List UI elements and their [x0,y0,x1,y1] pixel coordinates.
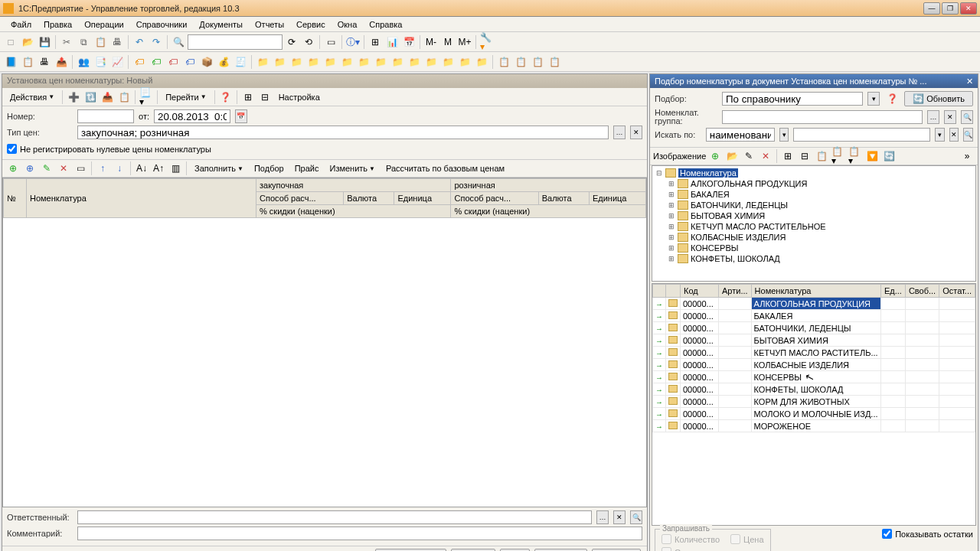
info-icon[interactable]: ⓘ▾ [345,34,361,50]
help2-icon[interactable]: ❓ [884,91,900,106]
date-picker-button[interactable]: 📅 [235,109,247,123]
expand-icon[interactable]: ⊞ [668,255,675,262]
col-disc1[interactable]: % скидки (наценки) [256,205,451,218]
list-icon[interactable]: 📋 [20,54,35,70]
zero-prices-checkbox[interactable] [7,144,17,154]
col-calc2[interactable]: Способ расч... [451,192,538,205]
c13-icon[interactable]: 📁 [457,54,472,70]
s6-icon[interactable]: 🔽 [864,148,880,164]
img-del-icon[interactable]: ✕ [758,148,773,164]
col-calc1[interactable]: Способ расч... [256,192,344,205]
menu-окна[interactable]: Окна [332,18,364,31]
group-select-button[interactable]: … [927,110,939,124]
tablepart-grid[interactable]: № Номенклатура закупочная розничная Спос… [2,178,647,507]
find-icon[interactable]: 🔍 [171,34,186,50]
row-down-icon[interactable]: ↓ [112,161,127,176]
col-free[interactable]: Своб... [905,285,939,298]
paste-icon[interactable]: 📋 [93,34,108,50]
item-row[interactable]: →00000...КОНФЕТЫ, ШОКОЛАД [653,383,975,396]
chart-icon[interactable]: 📈 [109,54,125,70]
number-input[interactable] [77,109,134,123]
podbor-dropdown-button[interactable]: ▾ [867,92,880,106]
tree-node[interactable]: ⊞КОНСЕРВЫ [654,243,974,253]
swap-icon[interactable]: 🔃 [83,90,98,105]
c10-icon[interactable]: 📁 [407,54,422,70]
actions-button[interactable]: Действия▼ [5,91,59,103]
add-icon[interactable]: ➕ [66,90,81,105]
t5-icon[interactable]: 📦 [199,54,214,70]
s7-icon[interactable]: 🔄 [881,148,897,164]
print2-icon[interactable]: 🖶 [37,54,52,70]
close-button[interactable]: ✕ [960,2,977,15]
pricetype-select-button[interactable]: … [613,126,626,139]
menu-правка[interactable]: Правка [38,18,78,31]
col-unit1[interactable]: Единица [394,192,451,205]
tree-node[interactable]: ⊞КЕТЧУП МАСЛО РАСТИТЕЛЬНОЕ [654,221,974,232]
items-table[interactable]: Код Арти... Номенклатура Ед... Своб... О… [652,283,976,526]
item-row[interactable]: →00000...КОНСЕРВЫ [653,371,975,383]
t3-icon[interactable]: 🏷 [165,54,181,70]
date-input[interactable] [154,109,230,123]
new-file-icon[interactable]: □ [3,34,18,50]
item-row[interactable]: →00000...АЛКОГОЛЬНАЯ ПРОДУКЦИЯ [653,298,975,310]
tree-node[interactable]: ⊞БЫТОВАЯ ХИМИЯ [654,210,974,221]
row-copy-icon[interactable]: ⊕ [22,161,38,176]
pricetype-input[interactable] [77,126,609,139]
expand-icon[interactable]: » [959,148,975,164]
send-icon[interactable]: 📤 [54,54,69,70]
col-nom[interactable]: Номенклатура [27,179,256,218]
group-input[interactable] [722,110,923,124]
item-row[interactable]: →00000...МОРОЖЕНОЕ [653,420,975,432]
col-unit2[interactable]: Единица [589,192,645,205]
c6-icon[interactable]: 📁 [339,54,354,70]
recalc-button[interactable]: Рассчитать по базовым ценам [381,162,509,174]
col-disc2[interactable]: % скидки (наценки) [451,205,646,218]
search-find-button[interactable]: 🔍 [963,128,973,142]
item-row[interactable]: →00000...КОЛБАСНЫЕ ИЗДЕЛИЯ [653,359,975,371]
responsible-select-button[interactable]: … [596,510,609,524]
col-ret[interactable]: розничная [451,179,646,192]
doc-button-1[interactable]: Печать [451,549,495,552]
row-del-icon[interactable]: ✕ [56,161,71,176]
redo-icon[interactable]: ↷ [149,34,164,50]
list2-icon[interactable]: 📃▾ [139,90,154,105]
d3-icon[interactable]: 📋 [530,54,545,70]
col-n[interactable]: № [4,179,27,218]
doc-icon[interactable]: 📘 [3,54,18,70]
s4-icon[interactable]: 📋▾ [831,148,846,164]
show-remains-checkbox[interactable] [882,529,892,539]
d4-icon[interactable]: 📋 [547,54,562,70]
undo-icon[interactable]: ↶ [132,34,147,50]
post-icon[interactable]: 📥 [100,90,115,105]
doc-button-2[interactable]: OK [500,549,530,552]
search-combo[interactable] [188,34,283,50]
t7-icon[interactable]: 🧾 [233,54,248,70]
group-open-button[interactable]: 🔍 [961,110,973,124]
col-nom2[interactable]: Номенклатура [751,285,880,298]
cut-icon[interactable]: ✂ [59,34,74,50]
expand-icon[interactable]: ⊞ [668,233,675,241]
s1-icon[interactable]: ⊞ [780,148,795,164]
m-minus-icon[interactable]: M- [423,34,439,50]
podbor-combo[interactable] [722,92,863,106]
menu-файл[interactable]: Файл [5,18,38,31]
item-row[interactable]: →00000...БЫТОВАЯ ХИМИЯ [653,334,975,347]
c8-icon[interactable]: 📁 [373,54,388,70]
collapse-icon[interactable]: ⊟ [655,169,663,177]
tree-node[interactable]: ⊞КОЛБАСНЫЕ ИЗДЕЛИЯ [654,232,974,243]
tree-icon[interactable]: ⊟ [257,90,273,105]
responsible-input[interactable] [77,510,592,524]
menu-справочники[interactable]: Справочники [130,18,194,31]
doc-button-3[interactable]: Записать [534,549,587,552]
doc-button-0[interactable]: Перечень цен [375,549,446,552]
expand-icon[interactable]: ⊞ [668,244,675,252]
t2-icon[interactable]: 🏷 [149,54,164,70]
item-row[interactable]: →00000...КОРМ ДЛЯ ЖИВОТНЫХ [653,396,975,408]
menu-сервис[interactable]: Сервис [290,18,332,31]
expand-icon[interactable]: ⊞ [668,191,675,198]
menu-документы[interactable]: Документы [193,18,249,31]
c11-icon[interactable]: 📁 [423,54,439,70]
col-buy[interactable]: закупочная [256,179,451,192]
copy-icon[interactable]: ⧉ [76,34,91,50]
col-rem[interactable]: Остат... [939,285,975,298]
